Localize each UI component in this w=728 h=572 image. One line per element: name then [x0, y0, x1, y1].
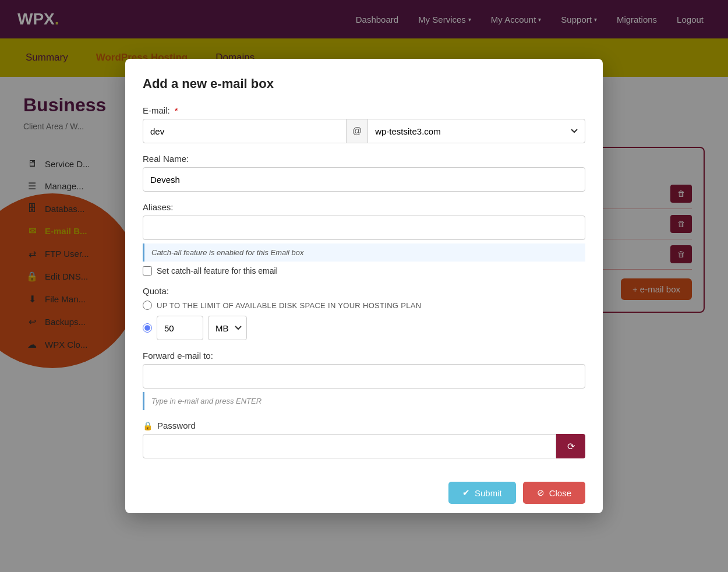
quota-custom-row: MB GB [143, 316, 585, 340]
password-input[interactable] [143, 434, 556, 458]
modal-title: Add a new e-mail box [143, 76, 585, 91]
generate-password-button[interactable]: ⟳ [556, 434, 585, 458]
real-name-form-group: Real Name: [143, 154, 585, 192]
aliases-label: Aliases: [143, 202, 585, 212]
modal-footer: ✔ Submit ⊘ Close [143, 472, 585, 504]
at-symbol: @ [347, 119, 367, 143]
email-local-input[interactable] [143, 119, 347, 143]
quota-unit-select[interactable]: MB GB [208, 316, 247, 340]
email-domain-select[interactable]: wp-testsite3.com [367, 119, 585, 143]
submit-button[interactable]: ✔ Submit [448, 482, 516, 504]
quota-unlimited-label: UP TO THE LIMIT OF AVAILABLE DISK SPACE … [157, 301, 421, 310]
email-input-row: @ wp-testsite3.com [143, 119, 585, 143]
password-label: Password [157, 421, 196, 430]
check-icon: ✔ [462, 488, 470, 498]
email-label: E-mail: * [143, 105, 585, 115]
quota-label: Quota: [143, 286, 585, 296]
quota-custom-radio[interactable] [143, 323, 152, 333]
refresh-icon: ⟳ [567, 441, 575, 452]
quota-unlimited-radio[interactable] [143, 301, 152, 310]
forward-email-label: Forward e-mail to: [143, 351, 585, 361]
forward-hint: Type in e-mail and press ENTER [143, 392, 585, 410]
catch-all-checkbox-row: Set catch-all feature for this email [143, 266, 585, 276]
aliases-form-group: Aliases: Catch-all feature is enabled fo… [143, 202, 585, 276]
forward-email-input[interactable] [143, 364, 585, 389]
password-form-group: 🔒 Password ⟳ [143, 421, 585, 458]
real-name-label: Real Name: [143, 154, 585, 164]
catch-all-info: Catch-all feature is enabled for this Em… [143, 243, 585, 262]
quota-unlimited-row: UP TO THE LIMIT OF AVAILABLE DISK SPACE … [143, 301, 585, 310]
lock-icon: 🔒 [143, 421, 153, 430]
email-form-group: E-mail: * @ wp-testsite3.com [143, 105, 585, 143]
close-button[interactable]: ⊘ Close [523, 482, 585, 504]
add-email-modal: Add a new e-mail box E-mail: * @ wp-test… [125, 59, 603, 513]
quota-form-group: Quota: UP TO THE LIMIT OF AVAILABLE DISK… [143, 286, 585, 340]
modal-overlay: Add a new e-mail box E-mail: * @ wp-test… [0, 0, 728, 572]
aliases-input[interactable] [143, 216, 585, 240]
catch-all-checkbox[interactable] [143, 266, 152, 276]
quota-number-input[interactable] [157, 316, 203, 340]
catch-all-label: Set catch-all feature for this email [157, 266, 278, 276]
quota-radio-group: UP TO THE LIMIT OF AVAILABLE DISK SPACE … [143, 301, 585, 340]
required-indicator: * [175, 105, 178, 115]
ban-icon: ⊘ [537, 488, 545, 498]
real-name-input[interactable] [143, 167, 585, 192]
forward-email-form-group: Forward e-mail to: Type in e-mail and pr… [143, 351, 585, 410]
password-input-wrap: ⟳ [143, 434, 585, 458]
password-label-row: 🔒 Password [143, 421, 585, 430]
